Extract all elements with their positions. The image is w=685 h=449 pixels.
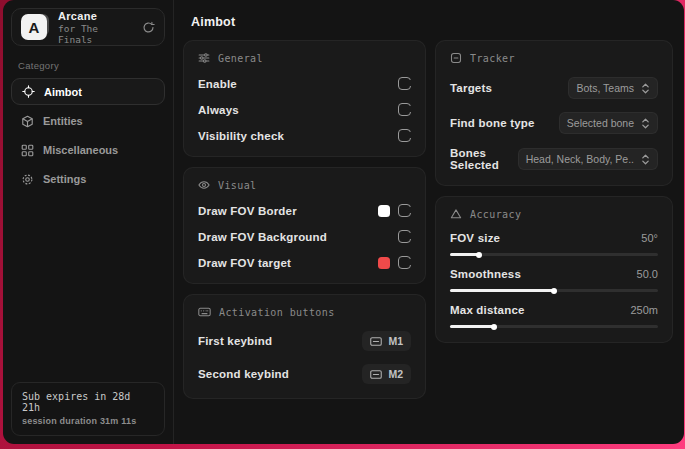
keyboard-icon: [370, 370, 382, 379]
page-title: Aimbot: [191, 15, 673, 29]
slider-fill[interactable]: [450, 289, 554, 292]
slider-fill[interactable]: [450, 325, 494, 328]
sidebar-item-label: Settings: [43, 173, 86, 185]
visibility-check-checkbox[interactable]: [398, 129, 411, 142]
second-keybind-button[interactable]: M2: [362, 364, 411, 384]
sidebar-item-label: Entities: [43, 115, 83, 127]
keybind-value: M2: [388, 368, 403, 380]
session-duration-text: session duration 31m 11s: [22, 416, 154, 426]
setting-label: Bones Selected: [450, 147, 518, 171]
first-keybind-button[interactable]: M1: [362, 331, 411, 351]
setting-label: Second keybind: [198, 368, 289, 380]
fov-background-checkbox[interactable]: [398, 230, 411, 243]
find-bone-type-dropdown[interactable]: Selected bone: [559, 112, 658, 134]
scan-box-icon: [450, 52, 462, 64]
setting-label: Visibility check: [198, 130, 284, 142]
setting-label: Always: [198, 104, 239, 116]
cube-icon: [21, 115, 34, 128]
brand-subtitle: for The Finals: [58, 23, 133, 45]
grid-icon: [21, 144, 34, 157]
visual-card: Visual Draw FOV Border Draw FOV Backgrou…: [183, 167, 426, 284]
general-card: General Enable Always Visibility check: [183, 40, 426, 157]
sidebar-item-miscellaneous[interactable]: Miscellaneous: [11, 136, 165, 164]
dropdown-value: Selected bone: [567, 117, 634, 129]
max-distance-slider[interactable]: [450, 325, 658, 328]
setting-label: Enable: [198, 78, 237, 90]
targets-dropdown[interactable]: Bots, Teams: [568, 77, 658, 99]
sidebar-item-settings[interactable]: Settings: [11, 165, 165, 193]
setting-label: Draw FOV Background: [198, 231, 327, 243]
section-title: Visual: [218, 180, 257, 191]
sidebar-item-label: Miscellaneous: [43, 144, 118, 156]
fov-border-checkbox[interactable]: [398, 204, 411, 217]
dropdown-value: Head, Neck, Body, Pe..: [526, 153, 634, 165]
fov-size-slider[interactable]: [450, 253, 658, 256]
fov-size-value: 50°: [641, 232, 658, 244]
keybind-value: M1: [388, 335, 403, 347]
dropdown-value: Bots, Teams: [576, 82, 634, 94]
setting-label: First keybind: [198, 335, 272, 347]
eye-icon: [198, 179, 210, 191]
gear-icon: [21, 173, 34, 186]
tracker-card: Tracker Targets Bots, Teams: [435, 40, 673, 186]
sidebar-item-entities[interactable]: Entities: [11, 107, 165, 135]
setting-label: Smoothness: [450, 268, 521, 280]
brand-name: Arcane: [58, 10, 133, 22]
sliders-icon: [198, 52, 210, 64]
sync-icon[interactable]: [142, 21, 155, 34]
section-title: Accuracy: [470, 209, 521, 220]
fov-border-color-swatch[interactable]: [378, 205, 390, 217]
logo-letter: A: [21, 14, 47, 40]
app-window: A Arcane for The Finals Category: [3, 0, 684, 444]
fov-target-color-swatch[interactable]: [378, 257, 390, 269]
setting-label: Draw FOV Border: [198, 205, 297, 217]
activation-buttons-card: Activation buttons First keybind M1: [183, 294, 426, 399]
setting-label: Targets: [450, 82, 492, 94]
setting-label: Draw FOV target: [198, 257, 291, 269]
accuracy-card: Accuracy FOV size 50° Smoothness: [435, 196, 673, 343]
smoothness-slider[interactable]: [450, 289, 658, 292]
main-content: Aimbot General: [174, 0, 684, 444]
crosshair-icon: [22, 85, 35, 98]
setting-label: FOV size: [450, 232, 500, 244]
smoothness-value: 50.0: [637, 268, 658, 280]
brand-logo: A: [21, 13, 49, 41]
chevron-up-down-icon: [641, 83, 650, 94]
bones-selected-dropdown[interactable]: Head, Neck, Body, Pe..: [518, 148, 658, 170]
category-label: Category: [18, 60, 158, 71]
sub-expiry-text: Sub expires in 28d 21h: [22, 391, 154, 413]
section-title: Tracker: [470, 53, 515, 64]
slider-fill[interactable]: [450, 253, 479, 256]
fov-target-checkbox[interactable]: [398, 256, 411, 269]
setting-label: Find bone type: [450, 117, 535, 129]
max-distance-value: 250m: [630, 304, 658, 316]
sidebar-item-aimbot[interactable]: Aimbot: [11, 78, 165, 105]
enable-checkbox[interactable]: [398, 77, 411, 90]
chevron-up-down-icon: [641, 118, 650, 129]
sidebar: A Arcane for The Finals Category: [3, 0, 174, 444]
section-title: General: [218, 53, 263, 64]
section-title: Activation buttons: [219, 307, 335, 318]
sidebar-item-label: Aimbot: [44, 86, 82, 98]
keyboard-icon: [198, 306, 211, 318]
subscription-card: Sub expires in 28d 21h session duration …: [11, 382, 165, 436]
brand-card: A Arcane for The Finals: [11, 8, 165, 46]
triangle-icon: [450, 208, 462, 220]
keyboard-icon: [370, 337, 382, 346]
setting-label: Max distance: [450, 304, 525, 316]
always-checkbox[interactable]: [398, 103, 411, 116]
chevron-up-down-icon: [641, 154, 650, 165]
